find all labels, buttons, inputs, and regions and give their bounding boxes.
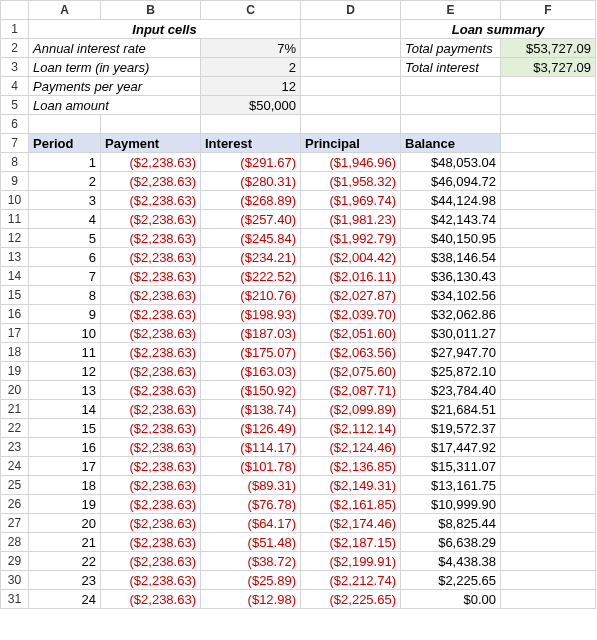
cell-principal[interactable]: ($2,099.89) bbox=[301, 400, 401, 419]
cell-period[interactable]: 4 bbox=[29, 210, 101, 229]
cell-payment[interactable]: ($2,238.63) bbox=[101, 419, 201, 438]
cell-principal[interactable]: ($2,027.87) bbox=[301, 286, 401, 305]
cell-balance[interactable]: $8,825.44 bbox=[401, 514, 501, 533]
row-header-30[interactable]: 30 bbox=[1, 571, 29, 590]
cell-payment[interactable]: ($2,238.63) bbox=[101, 476, 201, 495]
cell-E5[interactable] bbox=[401, 96, 501, 115]
row-header-26[interactable]: 26 bbox=[1, 495, 29, 514]
cell-principal[interactable]: ($1,981.23) bbox=[301, 210, 401, 229]
row-header-17[interactable]: 17 bbox=[1, 324, 29, 343]
col-header-F[interactable]: F bbox=[501, 1, 596, 20]
cell-balance[interactable]: $32,062.86 bbox=[401, 305, 501, 324]
row-header-5[interactable]: 5 bbox=[1, 96, 29, 115]
cell-principal[interactable]: ($2,039.70) bbox=[301, 305, 401, 324]
row-header-6[interactable]: 6 bbox=[1, 115, 29, 134]
cell-F27[interactable] bbox=[501, 514, 596, 533]
cell-balance[interactable]: $13,161.75 bbox=[401, 476, 501, 495]
row-header-2[interactable]: 2 bbox=[1, 39, 29, 58]
cell-payment[interactable]: ($2,238.63) bbox=[101, 438, 201, 457]
cell-payment[interactable]: ($2,238.63) bbox=[101, 400, 201, 419]
cell-interest[interactable]: ($222.52) bbox=[201, 267, 301, 286]
row-header-10[interactable]: 10 bbox=[1, 191, 29, 210]
cell-balance[interactable]: $15,311.07 bbox=[401, 457, 501, 476]
cell-F29[interactable] bbox=[501, 552, 596, 571]
row-header-8[interactable]: 8 bbox=[1, 153, 29, 172]
col-header-B[interactable]: B bbox=[101, 1, 201, 20]
cell-interest[interactable]: ($257.40) bbox=[201, 210, 301, 229]
cell-F7[interactable] bbox=[501, 134, 596, 153]
cell-interest[interactable]: ($198.93) bbox=[201, 305, 301, 324]
cell-principal[interactable]: ($2,225.65) bbox=[301, 590, 401, 609]
row-header-27[interactable]: 27 bbox=[1, 514, 29, 533]
row-header-31[interactable]: 31 bbox=[1, 590, 29, 609]
cell-balance[interactable]: $44,124.98 bbox=[401, 191, 501, 210]
row-header-21[interactable]: 21 bbox=[1, 400, 29, 419]
cell-F14[interactable] bbox=[501, 267, 596, 286]
cell-interest[interactable]: ($101.78) bbox=[201, 457, 301, 476]
cell-payment[interactable]: ($2,238.63) bbox=[101, 571, 201, 590]
cell-F9[interactable] bbox=[501, 172, 596, 191]
cell-payment[interactable]: ($2,238.63) bbox=[101, 267, 201, 286]
label-total-payments[interactable]: Total payments bbox=[401, 39, 501, 58]
cell-payment[interactable]: ($2,238.63) bbox=[101, 248, 201, 267]
cell-period[interactable]: 9 bbox=[29, 305, 101, 324]
cell-payment[interactable]: ($2,238.63) bbox=[101, 381, 201, 400]
col-balance[interactable]: Balance bbox=[401, 134, 501, 153]
cell-F12[interactable] bbox=[501, 229, 596, 248]
cell-interest[interactable]: ($114.17) bbox=[201, 438, 301, 457]
cell-interest[interactable]: ($25.89) bbox=[201, 571, 301, 590]
cell-F31[interactable] bbox=[501, 590, 596, 609]
cell-F16[interactable] bbox=[501, 305, 596, 324]
cell-interest[interactable]: ($76.78) bbox=[201, 495, 301, 514]
cell-principal[interactable]: ($2,199.91) bbox=[301, 552, 401, 571]
col-header-C[interactable]: C bbox=[201, 1, 301, 20]
cell-F17[interactable] bbox=[501, 324, 596, 343]
cell-payment[interactable]: ($2,238.63) bbox=[101, 153, 201, 172]
cell-F21[interactable] bbox=[501, 400, 596, 419]
cell-E6[interactable] bbox=[401, 115, 501, 134]
cell-balance[interactable]: $0.00 bbox=[401, 590, 501, 609]
cell-payment[interactable]: ($2,238.63) bbox=[101, 533, 201, 552]
cell-payment[interactable]: ($2,238.63) bbox=[101, 495, 201, 514]
cell-period[interactable]: 16 bbox=[29, 438, 101, 457]
value-total-payments[interactable]: $53,727.09 bbox=[501, 39, 596, 58]
cell-interest[interactable]: ($138.74) bbox=[201, 400, 301, 419]
value-total-interest[interactable]: $3,727.09 bbox=[501, 58, 596, 77]
cell-interest[interactable]: ($163.03) bbox=[201, 362, 301, 381]
cell-principal[interactable]: ($2,212.74) bbox=[301, 571, 401, 590]
cell-payment[interactable]: ($2,238.63) bbox=[101, 590, 201, 609]
row-header-22[interactable]: 22 bbox=[1, 419, 29, 438]
select-all-corner[interactable] bbox=[1, 1, 29, 20]
cell-A6[interactable] bbox=[29, 115, 101, 134]
cell-period[interactable]: 18 bbox=[29, 476, 101, 495]
label-total-interest[interactable]: Total interest bbox=[401, 58, 501, 77]
cell-D4[interactable] bbox=[301, 77, 401, 96]
cell-interest[interactable]: ($150.92) bbox=[201, 381, 301, 400]
cell-payment[interactable]: ($2,238.63) bbox=[101, 552, 201, 571]
cell-balance[interactable]: $2,225.65 bbox=[401, 571, 501, 590]
row-header-15[interactable]: 15 bbox=[1, 286, 29, 305]
cell-period[interactable]: 21 bbox=[29, 533, 101, 552]
cell-F10[interactable] bbox=[501, 191, 596, 210]
cell-principal[interactable]: ($2,112.14) bbox=[301, 419, 401, 438]
cell-principal[interactable]: ($1,969.74) bbox=[301, 191, 401, 210]
col-header-E[interactable]: E bbox=[401, 1, 501, 20]
input-payments-per-year[interactable]: 12 bbox=[201, 77, 301, 96]
cell-F15[interactable] bbox=[501, 286, 596, 305]
cell-balance[interactable]: $4,438.38 bbox=[401, 552, 501, 571]
row-header-23[interactable]: 23 bbox=[1, 438, 29, 457]
cell-B6[interactable] bbox=[101, 115, 201, 134]
cell-D6[interactable] bbox=[301, 115, 401, 134]
input-cells-title[interactable]: Input cells bbox=[29, 20, 301, 39]
row-header-7[interactable]: 7 bbox=[1, 134, 29, 153]
cell-period[interactable]: 5 bbox=[29, 229, 101, 248]
cell-F4[interactable] bbox=[501, 77, 596, 96]
cell-payment[interactable]: ($2,238.63) bbox=[101, 362, 201, 381]
cell-interest[interactable]: ($268.89) bbox=[201, 191, 301, 210]
cell-payment[interactable]: ($2,238.63) bbox=[101, 210, 201, 229]
cell-principal[interactable]: ($2,187.15) bbox=[301, 533, 401, 552]
cell-principal[interactable]: ($2,124.46) bbox=[301, 438, 401, 457]
cell-balance[interactable]: $27,947.70 bbox=[401, 343, 501, 362]
cell-period[interactable]: 11 bbox=[29, 343, 101, 362]
cell-principal[interactable]: ($2,149.31) bbox=[301, 476, 401, 495]
